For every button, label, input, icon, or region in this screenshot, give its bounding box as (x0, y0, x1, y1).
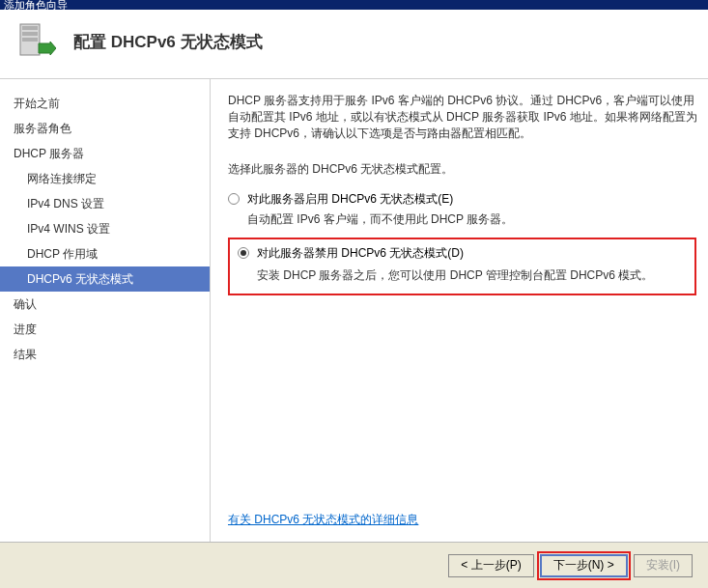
option-enable-stateless[interactable]: 对此服务器启用 DHCPv6 无状态模式(E) (228, 191, 706, 208)
wizard-main: DHCP 服务器支持用于服务 IPv6 客户端的 DHCPv6 协议。通过 DH… (211, 79, 708, 542)
window-titlebar: 添加角色向导 (0, 0, 708, 10)
previous-button[interactable]: < 上一步(P) (448, 554, 533, 577)
sidebar-item-progress[interactable]: 进度 (0, 317, 210, 342)
more-info-link[interactable]: 有关 DHCPv6 无状态模式的详细信息 (228, 512, 418, 528)
server-icon (17, 22, 56, 63)
radio-label: 对此服务器启用 DHCPv6 无状态模式(E) (247, 191, 453, 208)
svg-rect-3 (22, 38, 38, 42)
sidebar-item-server-roles[interactable]: 服务器角色 (0, 116, 210, 141)
option-disable-description: 安装 DHCP 服务器之后，您可以使用 DHCP 管理控制台配置 DHCPv6 … (257, 267, 687, 284)
radio-icon (238, 247, 249, 259)
wizard-sidebar: 开始之前 服务器角色 DHCP 服务器 网络连接绑定 IPv4 DNS 设置 I… (0, 79, 211, 542)
sidebar-item-dhcpv6-stateless[interactable]: DHCPv6 无状态模式 (0, 266, 210, 292)
sidebar-item-results[interactable]: 结果 (0, 342, 210, 367)
sidebar-item-ipv4-wins[interactable]: IPv4 WINS 设置 (0, 216, 210, 241)
description-text: DHCP 服务器支持用于服务 IPv6 客户端的 DHCPv6 协议。通过 DH… (228, 93, 706, 142)
install-button: 安装(I) (634, 554, 693, 577)
wizard-footer: < 上一步(P) 下一步(N) > 安装(I) (0, 542, 708, 588)
radio-icon (228, 193, 240, 205)
radio-label: 对此服务器禁用 DHCPv6 无状态模式(D) (257, 245, 464, 262)
sidebar-item-confirm[interactable]: 确认 (0, 292, 210, 317)
page-title: 配置 DHCPv6 无状态模式 (73, 31, 263, 53)
instruction-text: 选择此服务器的 DHCPv6 无状态模式配置。 (228, 161, 706, 178)
sidebar-item-dhcp-server[interactable]: DHCP 服务器 (0, 141, 210, 166)
sidebar-item-network-binding[interactable]: 网络连接绑定 (0, 166, 210, 191)
sidebar-item-before-begin[interactable]: 开始之前 (0, 91, 210, 116)
option-enable-description: 自动配置 IPv6 客户端，而不使用此 DHCP 服务器。 (247, 211, 706, 228)
option-disable-stateless[interactable]: 对此服务器禁用 DHCPv6 无状态模式(D) (238, 245, 687, 262)
highlighted-option: 对此服务器禁用 DHCPv6 无状态模式(D) 安装 DHCP 服务器之后，您可… (228, 238, 696, 295)
svg-rect-1 (22, 26, 38, 30)
sidebar-item-ipv4-dns[interactable]: IPv4 DNS 设置 (0, 191, 210, 216)
svg-rect-2 (22, 32, 38, 36)
next-button[interactable]: 下一步(N) > (540, 554, 628, 577)
sidebar-item-dhcp-scope[interactable]: DHCP 作用域 (0, 241, 210, 266)
wizard-header: 配置 DHCPv6 无状态模式 (0, 10, 708, 79)
